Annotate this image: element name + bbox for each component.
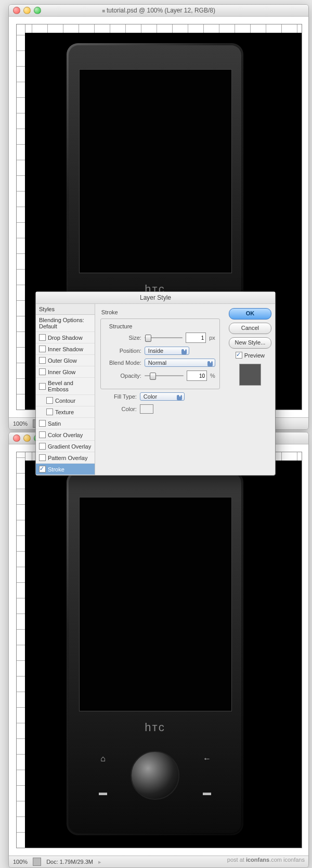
ok-button[interactable]: OK bbox=[229, 308, 271, 320]
style-item-blending-options-default[interactable]: Blending Options: Default bbox=[36, 315, 95, 332]
photoshop-window-2: tutorial.psd @ 100% (Layer 12, RGB/8) hт… bbox=[8, 432, 309, 868]
style-item-gradient-overlay[interactable]: Gradient Overlay bbox=[36, 441, 95, 452]
style-item-label: Outer Glow bbox=[48, 358, 77, 364]
color-swatch[interactable] bbox=[140, 404, 153, 414]
checkbox-icon[interactable] bbox=[39, 443, 46, 450]
ruler-vertical[interactable] bbox=[17, 24, 25, 410]
structure-fieldset: Structure Size: px Position: Inside bbox=[100, 318, 220, 389]
style-item-inner-glow[interactable]: Inner Glow bbox=[36, 366, 95, 378]
ruler-horizontal[interactable] bbox=[17, 24, 302, 33]
checkbox-icon[interactable] bbox=[39, 420, 46, 427]
style-item-label: Inner Glow bbox=[48, 369, 75, 375]
phone-screen bbox=[79, 497, 232, 711]
checkbox-icon[interactable] bbox=[39, 466, 46, 473]
phone-screen bbox=[79, 69, 232, 273]
style-item-label: Blending Options: Default bbox=[39, 317, 92, 329]
call-icon[interactable]: ▬ bbox=[99, 788, 107, 797]
checkbox-icon[interactable] bbox=[39, 357, 46, 364]
filltype-dropdown[interactable]: Color bbox=[140, 392, 185, 401]
end-call-icon[interactable]: ▬ bbox=[203, 788, 211, 797]
home-icon[interactable]: ⌂ bbox=[100, 754, 106, 763]
checkbox-icon[interactable] bbox=[46, 409, 53, 415]
checkbox-icon[interactable] bbox=[236, 352, 242, 359]
style-item-label: Color Overlay bbox=[48, 432, 83, 438]
jog-dial[interactable] bbox=[131, 751, 179, 800]
style-item-drop-shadow[interactable]: Drop Shadow bbox=[36, 332, 95, 343]
style-item-label: Inner Shadow bbox=[48, 346, 83, 352]
checkbox-icon[interactable] bbox=[39, 346, 46, 352]
preview-checkbox[interactable]: Preview bbox=[236, 352, 265, 359]
style-item-pattern-overlay[interactable]: Pattern Overlay bbox=[36, 452, 95, 464]
filltype-label: Fill Type: bbox=[100, 393, 137, 400]
styles-list: Styles Blending Options: DefaultDrop Sha… bbox=[36, 304, 95, 475]
ruler-vertical[interactable] bbox=[17, 452, 25, 848]
style-item-label: Pattern Overlay bbox=[48, 455, 87, 461]
size-input[interactable] bbox=[186, 333, 206, 343]
opacity-slider[interactable] bbox=[145, 372, 184, 379]
position-label: Position: bbox=[105, 348, 141, 354]
new-style-button[interactable]: New Style... bbox=[229, 337, 271, 349]
canvas-area: hтc ⌂ ← ▬ ▬ bbox=[9, 444, 308, 856]
layer-style-dialog: Layer Style Styles Blending Options: Def… bbox=[35, 291, 276, 476]
opacity-unit: % bbox=[210, 373, 215, 379]
style-item-label: Stroke bbox=[48, 466, 64, 473]
back-icon[interactable]: ← bbox=[203, 754, 211, 763]
style-item-satin[interactable]: Satin bbox=[36, 418, 95, 429]
style-item-inner-shadow[interactable]: Inner Shadow bbox=[36, 343, 95, 355]
style-item-contour[interactable]: Contour bbox=[36, 395, 95, 406]
style-item-outer-glow[interactable]: Outer Glow bbox=[36, 355, 95, 366]
style-item-label: Drop Shadow bbox=[48, 335, 83, 341]
checkbox-icon[interactable] bbox=[39, 368, 46, 375]
style-item-texture[interactable]: Texture bbox=[36, 406, 95, 418]
settings-panel: Stroke Structure Size: px Position: Insi… bbox=[95, 304, 225, 475]
zoom-level[interactable]: 100% bbox=[13, 420, 28, 427]
style-item-label: Gradient Overlay bbox=[48, 443, 91, 450]
preview-label: Preview bbox=[244, 352, 265, 359]
checkbox-icon[interactable] bbox=[39, 383, 46, 390]
style-item-stroke[interactable]: Stroke bbox=[36, 464, 95, 475]
preview-swatch bbox=[239, 364, 261, 386]
checkbox-icon[interactable] bbox=[46, 397, 53, 404]
opacity-input[interactable] bbox=[187, 371, 207, 381]
cancel-button[interactable]: Cancel bbox=[229, 323, 271, 334]
checkbox-icon[interactable] bbox=[39, 431, 46, 438]
blendmode-label: Blend Mode: bbox=[105, 360, 141, 366]
panel-heading: Stroke bbox=[101, 309, 220, 315]
style-item-label: Bevel and Emboss bbox=[48, 380, 92, 392]
window-title: tutorial.psd @ 100% (Layer 12, RGB/8) bbox=[9, 7, 308, 14]
style-item-label: Texture bbox=[55, 409, 74, 415]
size-label: Size: bbox=[105, 335, 141, 341]
size-unit: px bbox=[209, 335, 215, 341]
size-slider[interactable] bbox=[145, 334, 183, 341]
phone-brand-logo: hтc bbox=[67, 721, 243, 734]
watermark: post at iconfans.com iconfans bbox=[0, 857, 305, 863]
style-item-label: Satin bbox=[48, 420, 61, 427]
titlebar[interactable]: tutorial.psd @ 100% (Layer 12, RGB/8) bbox=[9, 5, 308, 17]
position-dropdown[interactable]: Inside bbox=[145, 347, 189, 355]
opacity-label: Opacity: bbox=[105, 373, 141, 379]
blendmode-dropdown[interactable]: Normal bbox=[145, 359, 215, 367]
fieldset-title: Structure bbox=[107, 323, 135, 329]
color-label: Color: bbox=[100, 406, 137, 412]
phone-controls: ⌂ ← ▬ ▬ bbox=[77, 742, 233, 809]
style-item-label: Contour bbox=[55, 398, 75, 404]
buttons-panel: OK Cancel New Style... Preview bbox=[225, 304, 275, 475]
style-item-color-overlay[interactable]: Color Overlay bbox=[36, 429, 95, 441]
checkbox-icon[interactable] bbox=[39, 334, 46, 341]
style-item-bevel-and-emboss[interactable]: Bevel and Emboss bbox=[36, 378, 95, 395]
styles-header[interactable]: Styles bbox=[36, 304, 95, 315]
checkbox-icon[interactable] bbox=[39, 454, 46, 461]
phone-shape[interactable]: hтc ⌂ ← ▬ ▬ bbox=[67, 471, 243, 835]
dialog-title: Layer Style bbox=[36, 292, 275, 304]
canvas[interactable]: hтc ⌂ ← ▬ ▬ bbox=[16, 452, 302, 848]
